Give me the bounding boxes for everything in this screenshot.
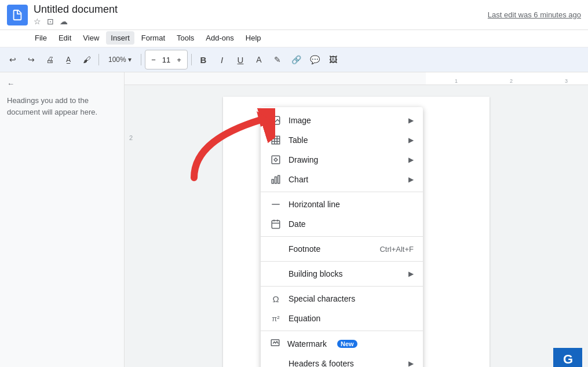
image-button[interactable]: 🖼 [325,52,341,68]
hline-menu-icon [270,199,282,210]
menu-format[interactable]: Format [137,31,170,45]
menu-option-drawing[interactable]: Drawing ▶ [261,150,423,170]
zoom-button[interactable]: 100% ▾ [103,52,137,68]
spellcheck-button[interactable]: A̲ [60,52,76,68]
separator-2 [261,236,423,237]
toolbar-divider-1 [98,54,99,65]
drawing-arrow-icon: ▶ [408,156,414,164]
star-icon[interactable]: ☆ [34,17,41,26]
menu-addons[interactable]: Add-ons [201,31,238,45]
equation-label: Equation [288,314,414,323]
date-menu-icon [270,218,282,230]
toolbar: ↩ ↪ 🖨 A̲ 🖌 100% ▾ − 11 + B I U A ✎ 🔗 💬 🖼 [0,47,588,72]
table-menu-icon [270,134,282,146]
menu-insert[interactable]: Insert [106,31,134,45]
image-label: Image [288,116,401,125]
doc-area: 2 [125,85,588,367]
headers-footers-label: Headers & footers [288,359,401,367]
main-area: ← Headings you add to the document will … [0,72,588,367]
ruler-mark-1: 1 [455,78,458,84]
move-icon[interactable]: ⊡ [47,17,54,26]
svg-point-3 [273,118,275,119]
ruler-mark-3: 3 [565,78,568,84]
menu-option-hline[interactable]: Horizontal line [261,194,423,214]
footnote-shortcut: Ctrl+Alt+F [379,245,414,254]
drawing-label: Drawing [288,155,401,164]
page-margin-indicator: 2 [129,134,133,141]
menu-bar: File Edit View Insert Format Tools Add-o… [0,30,588,47]
brand-logo: G [553,348,582,367]
hline-label: Horizontal line [288,200,414,209]
headers-footers-menu-icon [270,358,282,367]
doc-column: 1 2 3 4 2 [125,72,588,367]
image-arrow-icon: ▶ [408,116,414,124]
svg-rect-9 [272,156,280,164]
equation-menu-icon: π² [270,313,282,324]
menu-option-table[interactable]: Table ▶ [261,130,423,150]
ruler: 1 2 3 4 [125,72,588,85]
cloud-icon[interactable]: ☁ [60,17,68,26]
menu-file[interactable]: File [30,31,52,45]
ruler-inner: 1 2 3 4 [426,72,588,85]
menu-option-watermark[interactable]: Watermark New [261,333,423,354]
menu-help[interactable]: Help [241,31,266,45]
font-color-button[interactable]: A [251,52,267,68]
print-button[interactable]: 🖨 [42,52,58,68]
menu-option-headers-footers[interactable]: Headers & footers ▶ [261,354,423,367]
paint-format-button[interactable]: 🖌 [79,52,95,68]
svg-rect-11 [275,177,277,183]
table-arrow-icon: ▶ [408,136,414,144]
insert-dropdown-menu: Image ▶ Table ▶ Drawing [261,107,423,367]
headers-footers-arrow-icon: ▶ [408,359,414,367]
special-chars-menu-icon: Ω [270,293,282,304]
underline-button[interactable]: U [232,52,249,68]
ruler-mark-2: 2 [510,78,513,84]
svg-rect-12 [278,175,280,183]
svg-rect-4 [272,136,280,144]
sidebar: ← Headings you add to the document will … [0,72,125,367]
menu-option-date[interactable]: Date [261,214,423,234]
redo-button[interactable]: ↪ [23,52,39,68]
bold-button[interactable]: B [195,52,211,68]
font-size-value[interactable]: 11 [160,56,172,64]
footnote-menu-icon [270,243,282,255]
separator-3 [261,261,423,262]
menu-option-footnote[interactable]: Footnote Ctrl+Alt+F [261,239,423,259]
toolbar-divider-3 [191,54,192,65]
app-icon [7,5,28,25]
chart-arrow-icon: ▶ [408,175,414,183]
last-edit-text: Last edit was 6 minutes ago [488,10,581,19]
watermark-new-badge: New [337,340,357,348]
building-blocks-label: Building blocks [288,269,401,278]
link-button[interactable]: 🔗 [288,52,304,68]
highlight-button[interactable]: ✎ [269,52,286,68]
building-blocks-arrow-icon: ▶ [408,270,414,278]
menu-edit[interactable]: Edit [54,31,76,45]
doc-icons: ☆ ⊡ ☁ [34,17,118,26]
separator-5 [261,331,423,331]
table-label: Table [288,135,401,145]
doc-title-area: Untitled document ☆ ⊡ ☁ [34,3,118,26]
doc-title[interactable]: Untitled document [34,3,118,16]
font-size-increase[interactable]: + [173,52,185,68]
sidebar-back-button[interactable]: ← [7,79,117,88]
comment-button[interactable]: 💬 [306,52,323,68]
undo-button[interactable]: ↩ [5,52,21,68]
watermark-label: Watermark [287,339,327,348]
font-size-area: − 11 + [145,50,188,69]
docs-logo-icon [11,9,24,21]
menu-option-image[interactable]: Image ▶ [261,111,423,130]
font-size-decrease[interactable]: − [148,52,159,68]
menu-option-building-blocks[interactable]: Building blocks ▶ [261,264,423,284]
menu-tools[interactable]: Tools [172,31,199,45]
footnote-label: Footnote [288,244,372,254]
menu-option-special-chars[interactable]: Ω Special characters [261,289,423,309]
drawing-menu-icon [270,154,282,166]
menu-option-equation[interactable]: π² Equation [261,309,423,328]
menu-option-chart[interactable]: Chart ▶ [261,170,423,189]
date-label: Date [288,219,414,229]
separator-4 [261,286,423,287]
italic-button[interactable]: I [214,52,230,68]
building-blocks-menu-icon [270,268,282,280]
menu-view[interactable]: View [78,31,104,45]
